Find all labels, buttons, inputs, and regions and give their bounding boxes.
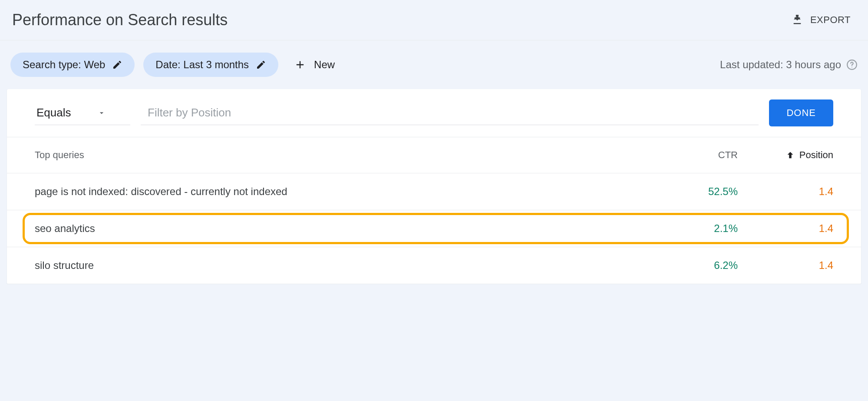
table-row[interactable]: seo analytics2.1%1.4 [7, 210, 861, 247]
help-icon[interactable] [846, 59, 858, 70]
pencil-icon [256, 60, 266, 70]
table-row[interactable]: silo structure6.2%1.4 [7, 247, 861, 284]
arrow-up-icon [785, 150, 795, 160]
header-position-label: Position [799, 149, 833, 161]
table-body: page is not indexed: discovered - curren… [7, 173, 861, 284]
export-label: EXPORT [810, 14, 851, 26]
filter-row: Equals DONE [7, 89, 861, 137]
export-button[interactable]: EXPORT [786, 10, 856, 30]
date-range-chip[interactable]: Date: Last 3 months [143, 53, 278, 77]
table-row[interactable]: page is not indexed: discovered - curren… [7, 173, 861, 210]
filter-position-input[interactable] [141, 101, 759, 125]
dropdown-icon [97, 109, 106, 117]
filter-operator-select[interactable]: Equals [35, 101, 130, 125]
filter-operator-label: Equals [36, 106, 71, 119]
ctr-cell: 6.2% [660, 259, 738, 272]
page-title: Performance on Search results [12, 11, 228, 29]
header-position[interactable]: Position [738, 149, 833, 161]
download-icon [791, 14, 803, 26]
position-cell: 1.4 [738, 222, 833, 235]
last-updated: Last updated: 3 hours ago [720, 59, 858, 71]
date-range-label: Date: Last 3 months [155, 59, 249, 71]
table-header: Top queries CTR Position [7, 137, 861, 173]
pencil-icon [112, 60, 122, 70]
query-cell: silo structure [35, 259, 660, 272]
search-type-chip[interactable]: Search type: Web [10, 53, 135, 77]
page-header: Performance on Search results EXPORT [0, 0, 868, 40]
results-card: Equals DONE Top queries CTR Position pag… [7, 89, 861, 284]
header-query: Top queries [35, 149, 660, 161]
filters-left: Search type: Web Date: Last 3 months New [10, 53, 342, 77]
position-cell: 1.4 [738, 186, 833, 198]
position-cell: 1.4 [738, 259, 833, 272]
last-updated-text: Last updated: 3 hours ago [720, 59, 841, 71]
done-button[interactable]: DONE [769, 99, 833, 126]
search-type-label: Search type: Web [23, 59, 105, 71]
filters-bar: Search type: Web Date: Last 3 months New… [0, 40, 868, 89]
plus-icon [294, 59, 306, 71]
query-cell: page is not indexed: discovered - curren… [35, 186, 660, 198]
new-label: New [314, 59, 335, 71]
svg-point-1 [851, 67, 852, 68]
new-filter-button[interactable]: New [287, 55, 342, 74]
ctr-cell: 2.1% [660, 222, 738, 235]
header-ctr[interactable]: CTR [660, 149, 738, 161]
query-cell: seo analytics [35, 222, 660, 235]
ctr-cell: 52.5% [660, 186, 738, 198]
